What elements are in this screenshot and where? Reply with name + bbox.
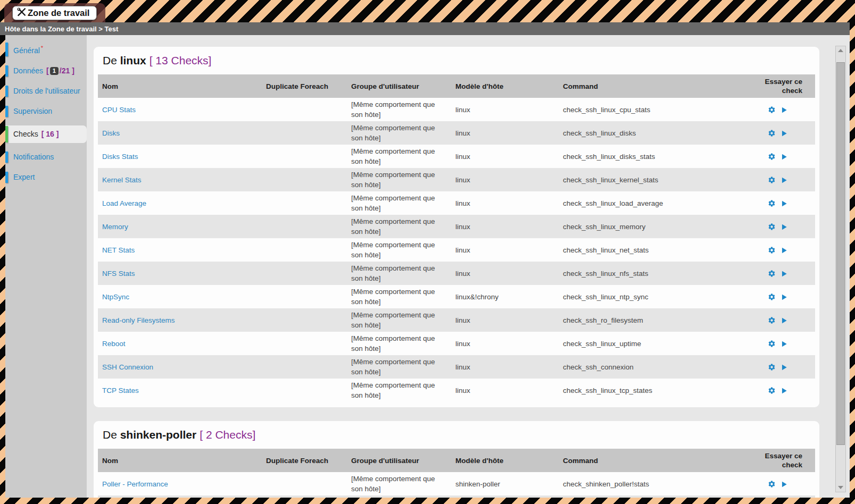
sidebar-item-supervision[interactable]: Supervision — [5, 105, 87, 117]
host-template-cell: linux — [451, 332, 559, 355]
check-link[interactable]: Disks Stats — [102, 153, 138, 161]
configure-check-button[interactable] — [768, 268, 776, 279]
column-header: Groupe d'utilisateur — [347, 74, 451, 98]
column-header: Command — [559, 449, 759, 472]
run-check-button[interactable] — [781, 292, 788, 302]
sidebar-item-label: Checks — [13, 130, 38, 138]
column-header: Duplicate Foreach — [262, 449, 347, 472]
check-link[interactable]: CPU Stats — [102, 106, 136, 114]
configure-check-button[interactable] — [768, 198, 776, 208]
check-name-cell: SSH Connexion — [98, 355, 262, 379]
configure-check-button[interactable] — [768, 385, 776, 396]
configure-check-button[interactable] — [768, 479, 776, 489]
configure-check-button[interactable] — [768, 315, 776, 325]
check-link[interactable]: NFS Stats — [102, 270, 135, 278]
run-check-button[interactable] — [781, 222, 788, 232]
check-link[interactable]: Memory — [102, 223, 128, 231]
run-check-button[interactable] — [781, 128, 788, 138]
configure-check-button[interactable] — [768, 292, 776, 302]
check-link[interactable]: Read-only Filesystems — [102, 316, 175, 324]
run-check-button[interactable] — [781, 339, 788, 349]
command-cell: check_ssh_linux_disks — [559, 121, 759, 145]
sidebar-item-label: Expert — [13, 173, 35, 181]
run-check-button[interactable] — [781, 362, 788, 372]
tools-icon — [17, 7, 26, 19]
command-cell: check_ssh_linux_disks_stats — [559, 145, 759, 168]
workspace-tab-button[interactable]: Zone de travail — [12, 6, 97, 20]
configure-check-button[interactable] — [768, 105, 776, 115]
user-group-cell: [Même comportement que son hôte] — [347, 168, 451, 191]
table-row: SSH Connexion[Même comportement que son … — [98, 355, 815, 379]
section-title-count: [ 13 Checks] — [150, 54, 212, 66]
run-check-button[interactable] — [781, 245, 788, 255]
table-row: Kernel Stats[Même comportement que son h… — [98, 168, 815, 191]
play-icon — [781, 200, 788, 207]
checks-table: NomDuplicate ForeachGroupe d'utilisateur… — [98, 449, 815, 498]
check-link[interactable]: NtpSync — [102, 293, 129, 301]
host-template-cell: linux — [451, 215, 559, 238]
column-header: Essayer ce check — [759, 74, 815, 98]
run-check-button[interactable] — [781, 198, 788, 208]
check-link[interactable]: Disks — [102, 129, 120, 137]
duplicate-foreach-cell — [262, 145, 347, 168]
user-group-cell: [Même comportement que son hôte] — [347, 495, 451, 498]
run-check-button[interactable] — [781, 152, 788, 162]
try-check-cell — [759, 332, 815, 355]
gear-icon — [768, 293, 776, 301]
sidebar-item-checks[interactable]: Checks[ 16 ] — [5, 125, 87, 143]
command-cell: check_ssh_linux_kernel_stats — [559, 168, 759, 191]
user-group-cell: [Même comportement que son hôte] — [347, 98, 451, 121]
configure-check-button[interactable] — [768, 152, 776, 162]
check-link[interactable]: Kernel Stats — [102, 176, 142, 184]
check-link[interactable]: Load Average — [102, 199, 146, 207]
check-name-cell: NET Stats — [98, 238, 262, 262]
check-link[interactable]: NET Stats — [102, 246, 135, 254]
check-link[interactable]: TCP States — [102, 387, 139, 394]
play-icon — [781, 364, 788, 371]
check-link[interactable]: SSH Connexion — [102, 363, 153, 371]
configure-check-button[interactable] — [768, 362, 776, 372]
configure-check-button[interactable] — [768, 339, 776, 349]
configure-check-button[interactable] — [768, 245, 776, 255]
run-check-button[interactable] — [781, 385, 788, 396]
table-row: NET Stats[Même comportement que son hôte… — [98, 238, 815, 262]
sidebar-item-droits-utilisateur[interactable]: Droits de l'utilisateur — [5, 85, 87, 97]
run-check-button[interactable] — [781, 268, 788, 279]
command-cell: check_ssh_linux_tcp_states — [559, 379, 759, 402]
duplicate-foreach-cell — [262, 262, 347, 285]
indicator-bar — [5, 172, 8, 183]
workspace-tab-backdrop: Zone de travail — [4, 3, 105, 22]
scrollbar[interactable] — [835, 46, 846, 492]
sidebar-item-general[interactable]: Général* — [5, 42, 87, 57]
host-template-cell: linux — [451, 379, 559, 402]
scroll-down-button[interactable] — [836, 483, 845, 492]
run-check-button[interactable] — [781, 175, 788, 185]
run-check-button[interactable] — [781, 315, 788, 325]
sidebar-item-expert[interactable]: Expert — [5, 171, 87, 183]
sidebar-item-notifications[interactable]: Notifications — [5, 151, 87, 163]
duplicate-foreach-cell — [262, 355, 347, 379]
scrollbar-thumb[interactable] — [836, 62, 845, 445]
run-check-button[interactable] — [781, 105, 788, 115]
configure-check-button[interactable] — [768, 128, 776, 138]
user-group-cell: [Même comportement que son hôte] — [347, 121, 451, 145]
configure-check-button[interactable] — [768, 175, 776, 185]
check-link[interactable]: Poller - Performance — [102, 480, 168, 488]
play-icon — [781, 317, 788, 324]
check-link[interactable]: Reboot — [102, 340, 126, 348]
host-template-cell: linux — [451, 168, 559, 191]
try-check-cell — [759, 355, 815, 379]
try-check-cell — [759, 168, 815, 191]
gear-icon — [768, 387, 776, 394]
scroll-up-button[interactable] — [836, 46, 845, 55]
section-title-name: shinken-poller — [120, 429, 197, 441]
configure-check-button[interactable] — [768, 222, 776, 232]
command-cell: check_ssh_linux_ntp_sync — [559, 285, 759, 308]
gear-icon — [768, 270, 776, 278]
content-panels: De linux[ 13 Checks]NomDuplicate Foreach… — [94, 47, 819, 498]
section-title: De shinken-poller[ 2 Checks] — [103, 429, 815, 441]
sidebar-item-donnees[interactable]: Données[1/21 ] — [5, 65, 87, 77]
duplicate-foreach-cell — [262, 191, 347, 215]
run-check-button[interactable] — [781, 479, 788, 489]
table-row: Memory[Même comportement que son hôte]li… — [98, 215, 815, 238]
